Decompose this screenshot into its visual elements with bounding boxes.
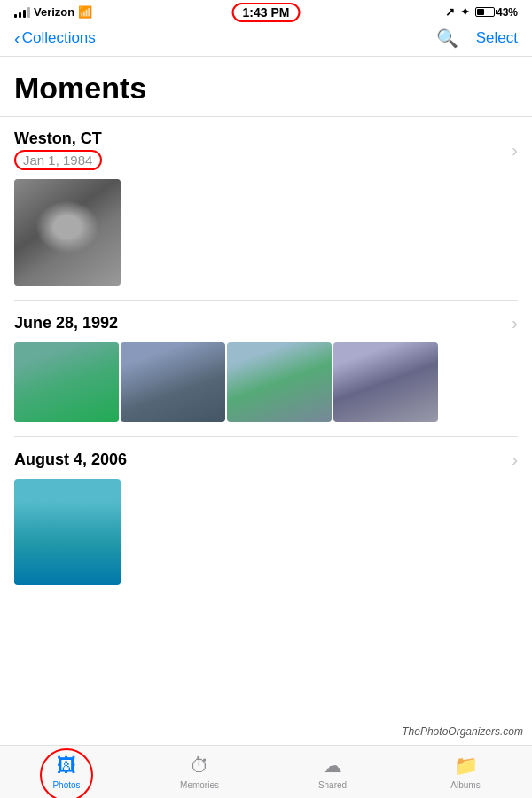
moment-date: Jan 1, 1984: [14, 150, 102, 170]
photo-thumbnail[interactable]: [121, 342, 225, 422]
photo-content: [121, 342, 225, 422]
albums-tab-label: Albums: [450, 780, 480, 790]
tab-shared[interactable]: ☁ Shared: [266, 746, 399, 798]
signal-icon: [14, 7, 30, 18]
moment-header[interactable]: Weston, CT Jan 1, 1984 ›: [0, 117, 532, 176]
photo-content: [14, 179, 121, 286]
tab-photos[interactable]: 🖼 Photos: [0, 746, 133, 798]
tab-bar: 🖼 Photos ⏱ Memories ☁ Shared 📁 Albums: [0, 745, 532, 798]
albums-tab-icon: 📁: [454, 755, 478, 778]
carrier-label: Verizon: [34, 5, 74, 19]
watermark: ThePhotoOrganizers.com: [402, 725, 523, 738]
back-chevron-icon: ‹: [14, 29, 20, 47]
moment-info: Weston, CT Jan 1, 1984: [14, 129, 102, 170]
chevron-right-icon: ›: [512, 313, 518, 333]
memories-tab-label: Memories: [180, 780, 219, 790]
nav-bar: ‹ Collections 🔍 Select: [0, 22, 532, 57]
status-bar: Verizon 📶 1:43 PM ↗ ✦ 43%: [0, 0, 532, 22]
moment-date: August 4, 2006: [14, 450, 127, 469]
moment-photos: [0, 176, 532, 300]
chevron-right-icon: ›: [512, 450, 518, 470]
page-title: Moments: [0, 57, 532, 117]
photo-thumbnail[interactable]: [14, 479, 121, 585]
battery-fill: [477, 9, 484, 15]
nav-right-actions: 🔍 Select: [436, 27, 518, 49]
photos-tab-label: Photos: [52, 780, 80, 790]
shared-tab-label: Shared: [318, 780, 347, 790]
bluetooth-icon: ✦: [460, 5, 470, 19]
wifi-icon: 📶: [78, 5, 92, 19]
moment-photos: [0, 339, 532, 436]
status-left: Verizon 📶: [14, 5, 92, 19]
photo-thumbnail[interactable]: [14, 179, 121, 286]
moments-scroll-area[interactable]: Weston, CT Jan 1, 1984 › June 28, 1992 ›: [0, 117, 532, 724]
tab-memories[interactable]: ⏱ Memories: [133, 746, 266, 798]
photos-tab-icon: 🖼: [57, 755, 76, 778]
moment-section: Weston, CT Jan 1, 1984 ›: [0, 117, 532, 300]
photo-content: [14, 342, 119, 422]
battery-label: 43%: [497, 6, 518, 19]
photo-content: [227, 342, 332, 422]
time-display: 1:43 PM: [232, 3, 301, 22]
status-right: ↗ ✦ 43%: [445, 5, 518, 19]
moment-section: August 4, 2006 ›: [0, 437, 532, 599]
tab-albums[interactable]: 📁 Albums: [399, 746, 532, 798]
shared-tab-icon: ☁: [323, 755, 342, 778]
moment-header[interactable]: June 28, 1992 ›: [0, 301, 532, 339]
moment-date: June 28, 1992: [14, 314, 118, 332]
battery-indicator: 43%: [475, 6, 518, 19]
back-label: Collections: [22, 29, 96, 47]
moment-photos: [0, 475, 532, 599]
photo-content: [333, 342, 438, 422]
location-icon: ↗: [445, 5, 455, 19]
photo-thumbnail[interactable]: [333, 342, 438, 422]
battery-icon: [475, 7, 495, 17]
photo-thumbnail[interactable]: [227, 342, 332, 422]
moment-info: August 4, 2006: [14, 450, 127, 469]
moment-header[interactable]: August 4, 2006 ›: [0, 437, 532, 475]
photo-content: [14, 479, 121, 585]
back-button[interactable]: ‹ Collections: [14, 29, 96, 47]
search-button[interactable]: 🔍: [436, 27, 458, 49]
select-button[interactable]: Select: [476, 29, 518, 47]
moment-info: June 28, 1992: [14, 314, 118, 332]
photo-thumbnail[interactable]: [14, 342, 119, 422]
moment-section: June 28, 1992 ›: [0, 301, 532, 436]
memories-tab-icon: ⏱: [190, 755, 209, 778]
moment-location: Weston, CT: [14, 129, 102, 148]
chevron-right-icon: ›: [512, 140, 518, 160]
